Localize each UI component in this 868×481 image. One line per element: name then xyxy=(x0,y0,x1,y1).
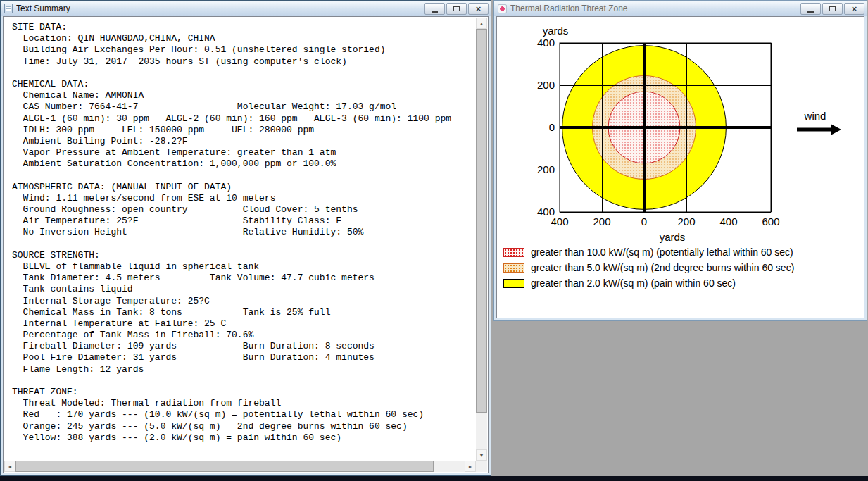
text-line: Ambient Saturation Concentration: 1,000,… xyxy=(12,158,476,170)
svg-text:0: 0 xyxy=(549,121,555,133)
maximize-icon xyxy=(453,6,460,11)
threat-zone-titlebar[interactable]: Thermal Radiation Threat Zone × xyxy=(494,1,867,16)
text-summary-window: Text Summary × SITE DATA: Location: QIN … xyxy=(0,0,491,476)
text-line: Flame Length: 12 yards xyxy=(12,364,476,375)
text-line: CAS Number: 7664-41-7 Molecular Weight: … xyxy=(12,101,476,113)
close-button[interactable]: × xyxy=(468,3,489,15)
text-line: Location: QIN HUANGDAO,CHINA, CHINA xyxy=(12,33,476,44)
text-line: Threat Modeled: Thermal radiation from f… xyxy=(12,398,476,409)
text-summary-content[interactable]: SITE DATA: Location: QIN HUANGDAO,CHINA,… xyxy=(4,18,476,461)
window-title: Thermal Radiation Threat Zone xyxy=(510,4,800,13)
scroll-up-button[interactable]: ▲ xyxy=(476,18,487,29)
text-line: Vapor Pressure at Ambient Temperature: g… xyxy=(12,147,476,158)
text-line: Red : 170 yards --- (10.0 kW/(sq m) = po… xyxy=(12,409,476,420)
text-summary-client: SITE DATA: Location: QIN HUANGDAO,CHINA,… xyxy=(3,16,489,473)
text-line: THREAT ZONE: xyxy=(12,387,476,398)
text-line: AEGL-1 (60 min): 30 ppm AEGL-2 (60 min):… xyxy=(12,113,476,125)
left-arrow-icon: ◄ xyxy=(8,464,13,469)
svg-text:wind: wind xyxy=(804,110,826,122)
maximize-button[interactable] xyxy=(822,3,843,15)
close-icon: × xyxy=(852,4,857,13)
text-line: SITE DATA: xyxy=(12,22,476,33)
text-line: Air Temperature: 25?F Stability Class: F xyxy=(12,215,476,227)
svg-text:600: 600 xyxy=(762,215,779,227)
legend-item: greater than 10.0 kW/(sq m) (potentially… xyxy=(503,246,794,258)
scrollbar-corner xyxy=(476,461,487,472)
text-line: Ground Roughness: open country Cloud Cov… xyxy=(12,204,476,215)
svg-text:yards: yards xyxy=(543,25,569,37)
text-line: Percentage of Tank Mass in Fireball: 70.… xyxy=(12,330,476,341)
text-line: Wind: 1.11 meters/second from ESE at 10 … xyxy=(12,193,476,204)
text-line: Pool Fire Diameter: 31 yards Burn Durati… xyxy=(12,352,476,363)
svg-text:400: 400 xyxy=(537,206,555,218)
horizontal-scroll-thumb[interactable] xyxy=(15,461,434,472)
text-line xyxy=(12,375,476,387)
text-line: IDLH: 300 ppm LEL: 150000 ppm UEL: 28000… xyxy=(12,125,476,136)
minimize-icon xyxy=(807,11,814,13)
scroll-right-button[interactable]: ► xyxy=(465,461,476,472)
text-line xyxy=(12,68,476,79)
legend-label: greater than 10.0 kW/(sq m) (potentially… xyxy=(531,246,793,258)
down-arrow-icon: ▼ xyxy=(479,453,484,458)
legend-label: greater than 2.0 kW/(sq m) (pain within … xyxy=(531,277,736,289)
svg-text:200: 200 xyxy=(593,215,610,227)
svg-text:200: 200 xyxy=(537,79,555,91)
up-arrow-icon: ▲ xyxy=(479,21,484,26)
legend-label: greater than 5.0 kW/(sq m) (2nd degree b… xyxy=(531,262,794,273)
legend-swatch-red xyxy=(503,248,524,257)
minimize-button[interactable] xyxy=(424,3,445,15)
text-line: SOURCE STRENGTH: xyxy=(12,250,476,261)
legend-item: greater than 2.0 kW/(sq m) (pain within … xyxy=(503,277,794,289)
svg-text:200: 200 xyxy=(677,215,695,227)
text-line: ATMOSPHERIC DATA: (MANUAL INPUT OF DATA) xyxy=(12,182,476,193)
text-line: CHEMICAL DATA: xyxy=(12,79,476,90)
legend: greater than 10.0 kW/(sq m) (potentially… xyxy=(503,246,794,293)
text-line: Building Air Exchanges Per Hour: 0.51 (u… xyxy=(12,44,476,56)
taskbar-edge xyxy=(0,476,868,481)
text-line xyxy=(12,239,476,250)
text-line: Tank Diameter: 4.5 meters Tank Volume: 4… xyxy=(12,273,476,284)
legend-item: greater than 5.0 kW/(sq m) (2nd degree b… xyxy=(503,262,794,273)
caption-buttons: × xyxy=(800,3,864,15)
caption-buttons: × xyxy=(424,3,489,15)
text-line: Yellow: 388 yards --- (2.0 kW/(sq m) = p… xyxy=(12,432,476,444)
right-arrow-icon: ► xyxy=(468,464,473,469)
svg-text:yards: yards xyxy=(660,231,686,243)
threat-zone-client: 40020002004006004002000200400yardsyardsw… xyxy=(496,16,864,318)
text-line: Fireball Diameter: 109 yards Burn Durati… xyxy=(12,341,476,352)
svg-text:0: 0 xyxy=(641,215,647,227)
text-line: Chemical Name: AMMONIA xyxy=(12,90,476,101)
text-summary-titlebar[interactable]: Text Summary × xyxy=(1,1,491,16)
text-line: Tank contains liquid xyxy=(12,284,476,295)
scroll-down-button[interactable]: ▼ xyxy=(476,449,487,461)
vertical-scroll-thumb[interactable] xyxy=(476,29,487,413)
legend-swatch-yellow xyxy=(503,279,524,288)
scroll-left-button[interactable]: ◄ xyxy=(4,461,15,472)
document-icon xyxy=(4,4,13,13)
legend-swatch-orange xyxy=(503,263,524,273)
svg-text:200: 200 xyxy=(537,163,555,175)
horizontal-scrollbar[interactable]: ◄ ► xyxy=(4,461,476,472)
svg-text:400: 400 xyxy=(537,37,555,49)
threat-zone-chart: 40020002004006004002000200400yardsyardsw… xyxy=(497,17,864,245)
text-line: Time: July 31, 2017 2035 hours ST (using… xyxy=(12,56,476,68)
window-title: Text Summary xyxy=(16,4,424,13)
text-line: Chemical Mass in Tank: 8 tons Tank is 25… xyxy=(12,307,476,318)
svg-text:400: 400 xyxy=(719,215,737,227)
text-line: No Inversion Height Relative Humidity: 5… xyxy=(12,227,476,238)
minimize-icon xyxy=(432,11,438,13)
text-line: Orange: 245 yards --- (5.0 kW/(sq m) = 2… xyxy=(12,421,476,432)
text-line: Internal Temperature at Failure: 25 C xyxy=(12,318,476,330)
close-icon: × xyxy=(476,4,482,13)
threat-zone-window: Thermal Radiation Threat Zone × 40020002… xyxy=(493,0,867,321)
aloha-icon xyxy=(498,4,507,13)
text-line: BLEVE of flammable liquid in spherical t… xyxy=(12,261,476,273)
text-line: Internal Storage Temperature: 25?C xyxy=(12,296,476,307)
text-line: Ambient Boiling Point: -28.2?F xyxy=(12,136,476,147)
maximize-button[interactable] xyxy=(446,3,467,15)
vertical-scrollbar[interactable]: ▲ ▼ xyxy=(476,18,487,461)
close-button[interactable]: × xyxy=(844,3,864,15)
text-line xyxy=(12,170,476,181)
maximize-icon xyxy=(829,6,836,11)
minimize-button[interactable] xyxy=(800,3,821,15)
